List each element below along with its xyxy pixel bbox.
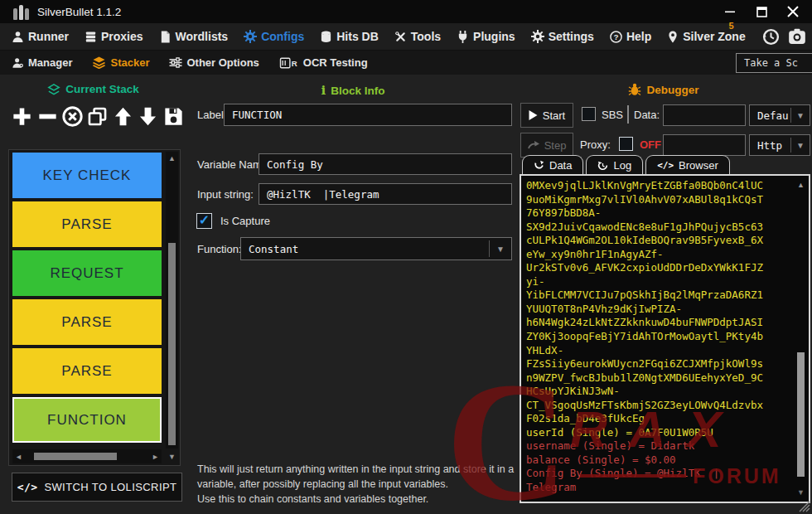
clone-icon (86, 105, 109, 128)
clear-stack-button[interactable] (60, 101, 85, 131)
move-up-button[interactable] (111, 101, 135, 131)
stack-block-key-check[interactable]: KEY CHECK (12, 153, 162, 198)
output-line: YUUQT0T8nP4Vhz9dKjIwPIZA- (526, 303, 794, 317)
input-string-label: Input string: (197, 188, 254, 201)
scroll-right-icon[interactable]: ► (149, 453, 162, 461)
tab-log[interactable]: Log (586, 155, 643, 174)
output-line: FZsSiiy6eurokWUycn2FGqi6ZCJXMfpjkOWl9s (526, 357, 794, 371)
maximize-button[interactable] (749, 2, 774, 22)
chevron-down-icon: ▼ (791, 141, 810, 150)
menu-item-settings[interactable]: Settings (531, 30, 594, 43)
remove-block-button[interactable] (35, 101, 59, 131)
proxy-preset-dropdown[interactable]: Http ▼ (749, 134, 810, 156)
scroll-up-icon[interactable]: ▲ (166, 152, 178, 165)
minus-icon (36, 105, 59, 128)
output-line: SX9d2JuivCqawodENc8e8uF1gJhPQujycB5c63 (526, 221, 794, 235)
output-scrollbar[interactable]: ▲ ▼ (795, 178, 806, 499)
tab-ocr-testing[interactable]: R OCR Testing (279, 56, 368, 69)
stack-block-parse-2[interactable]: PARSE (12, 299, 162, 345)
tab-manager[interactable]: Manager (12, 56, 72, 69)
main-menu-bar: Runner Proxies Wordlists Configs Hits DB… (0, 23, 812, 51)
menu-item-tools[interactable]: Tools (394, 30, 441, 43)
arrow-down-icon (137, 105, 159, 128)
debug-output-text: 0MXev9jqlLJklKnVgMryEtZGBfa0BQb0nC4lUC9u… (526, 179, 794, 498)
history-button[interactable] (761, 27, 781, 46)
settings-gear-icon (531, 30, 544, 43)
stack-block-request[interactable]: REQUEST (12, 250, 162, 296)
data-preset-dropdown[interactable]: Defau ▼ (749, 104, 810, 126)
tab-data[interactable]: Data (522, 155, 583, 174)
configs-sub-toolbar: Manager Stacker Other Options R OCR Test… (0, 51, 812, 75)
silver-zone-badge: 5 (729, 21, 734, 31)
output-line: 76Y897bBD8A- (526, 206, 794, 221)
stack-vertical-scrollbar[interactable]: ▲ (166, 152, 178, 449)
output-scroll-thumb[interactable] (797, 352, 805, 477)
menu-item-hits-db[interactable]: Hits DB (320, 30, 379, 43)
debug-data-input[interactable] (663, 104, 746, 126)
manager-icon (12, 57, 24, 69)
label-input[interactable] (224, 104, 512, 126)
menu-item-silver-zone[interactable]: Silver Zone 5 (667, 30, 745, 43)
plugins-icon (457, 31, 469, 43)
tab-other-options[interactable]: Other Options (169, 56, 259, 69)
menu-item-proxies[interactable]: Proxies (85, 30, 143, 43)
save-stack-button[interactable] (162, 101, 186, 131)
move-down-button[interactable] (136, 101, 160, 131)
scroll-left-icon[interactable]: ◄ (12, 453, 25, 461)
arrow-up-icon (112, 105, 134, 128)
data-label: Data: (634, 109, 660, 121)
log-history-icon (597, 160, 608, 171)
tab-stacker[interactable]: Stacker (92, 56, 149, 69)
start-button[interactable]: Start (520, 103, 573, 128)
switch-to-loliscript-button[interactable]: </> SWITCH TO LOLISCRIPT (12, 473, 182, 502)
debug-output-box[interactable]: 0MXev9jqlLJklKnVgMryEtZGBfa0BQb0nC4lUC9u… (520, 174, 810, 503)
stack-horizontal-scrollbar[interactable]: ◄ ► (12, 449, 162, 463)
h-scroll-thumb[interactable] (34, 453, 117, 460)
scroll-down-icon[interactable]: ▼ (795, 486, 806, 499)
step-arrow-icon (528, 141, 539, 150)
configs-icon (244, 30, 257, 43)
take-screenshot-button[interactable]: Take a Sc (736, 53, 812, 73)
screenshot-camera-button[interactable] (787, 27, 807, 46)
close-button[interactable] (781, 2, 805, 22)
add-block-button[interactable] (10, 101, 34, 131)
proxy-input[interactable] (663, 134, 746, 156)
menu-item-configs[interactable]: Configs (244, 30, 304, 43)
minimize-button[interactable] (718, 2, 742, 22)
menu-item-wordlists[interactable]: Wordlists (159, 30, 229, 43)
tab-browser[interactable]: </> Browser (645, 155, 730, 174)
scroll-thumb[interactable] (168, 243, 176, 445)
output-line: userId (Single) = 0A7F0U1W0R5U (526, 426, 794, 440)
menu-item-plugins[interactable]: Plugins (457, 30, 515, 43)
label-field-label: Label: (197, 109, 226, 121)
maximize-icon (756, 7, 767, 17)
wordlists-icon (159, 31, 172, 43)
function-label: Function: (197, 243, 241, 255)
stack-toolbar (10, 99, 186, 133)
output-line: YHLdX- (526, 344, 794, 358)
is-capture-checkbox[interactable]: ✓ (196, 213, 212, 229)
output-line: eYw_xy9n0hr1F1nAgyAZf- (526, 248, 794, 262)
clone-block-button[interactable] (85, 101, 109, 131)
svg-text:?: ? (614, 32, 619, 41)
menu-item-runner[interactable]: Runner (12, 30, 69, 43)
scroll-down-icon[interactable]: ▼ (166, 450, 178, 463)
stack-block-function[interactable]: FUNCTION (12, 397, 162, 443)
input-string-input[interactable] (259, 183, 512, 205)
divider (627, 105, 629, 124)
code-icon: </> (17, 481, 38, 493)
proxy-checkbox[interactable] (619, 137, 633, 151)
step-button[interactable]: Step (520, 133, 573, 158)
stacker-layers-icon (92, 56, 106, 69)
proxies-icon (85, 31, 97, 43)
stack-block-parse-3[interactable]: PARSE (12, 348, 162, 394)
scroll-up-icon[interactable]: ▲ (795, 178, 806, 192)
stack-block-parse-1[interactable]: PARSE (12, 201, 162, 247)
menu-item-help[interactable]: ? Help (610, 30, 651, 43)
tools-icon (394, 31, 407, 43)
function-dropdown[interactable]: Constant ▼ (240, 237, 512, 260)
output-line: Telegram (526, 481, 794, 495)
sbs-checkbox[interactable] (582, 107, 596, 121)
block-info-header: i Block Info (191, 83, 515, 98)
variable-name-input[interactable] (259, 153, 512, 175)
